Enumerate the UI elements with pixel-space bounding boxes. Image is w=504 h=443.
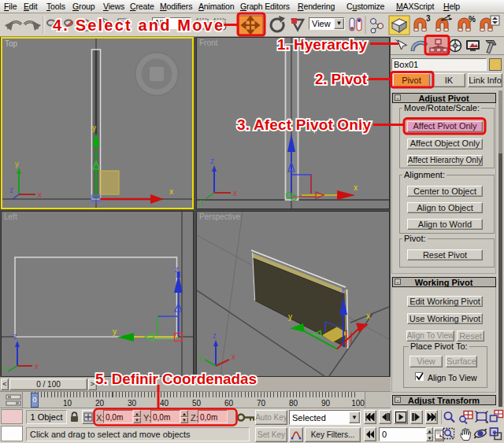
svg-text:y: y	[2, 364, 6, 372]
svg-text:x: x	[38, 190, 42, 199]
svg-text:y: y	[288, 312, 292, 321]
svg-text:y: y	[92, 124, 96, 132]
svg-text:y: y	[113, 327, 117, 336]
svg-text:Perspective: Perspective	[199, 212, 241, 221]
svg-text:x: x	[232, 353, 235, 361]
svg-text:z: z	[175, 265, 179, 274]
svg-text:x: x	[354, 183, 358, 192]
svg-text:y: y	[200, 198, 204, 206]
svg-text:x: x	[35, 362, 39, 371]
svg-text:Top: Top	[5, 39, 18, 48]
svg-text:Left: Left	[4, 212, 17, 221]
svg-text:x: x	[233, 189, 237, 198]
svg-text:x: x	[366, 312, 370, 320]
svg-text:%: %	[469, 15, 476, 24]
svg-text:z: z	[341, 286, 345, 295]
svg-text:z: z	[9, 186, 13, 194]
svg-text:z: z	[13, 332, 17, 341]
svg-text:x: x	[169, 187, 173, 196]
svg-text:3: 3	[426, 14, 431, 23]
svg-text:z: z	[210, 157, 214, 165]
svg-text:Front: Front	[199, 39, 218, 47]
svg-text:y: y	[15, 160, 19, 168]
svg-text:z: z	[213, 331, 217, 340]
svg-text:y: y	[198, 353, 202, 361]
